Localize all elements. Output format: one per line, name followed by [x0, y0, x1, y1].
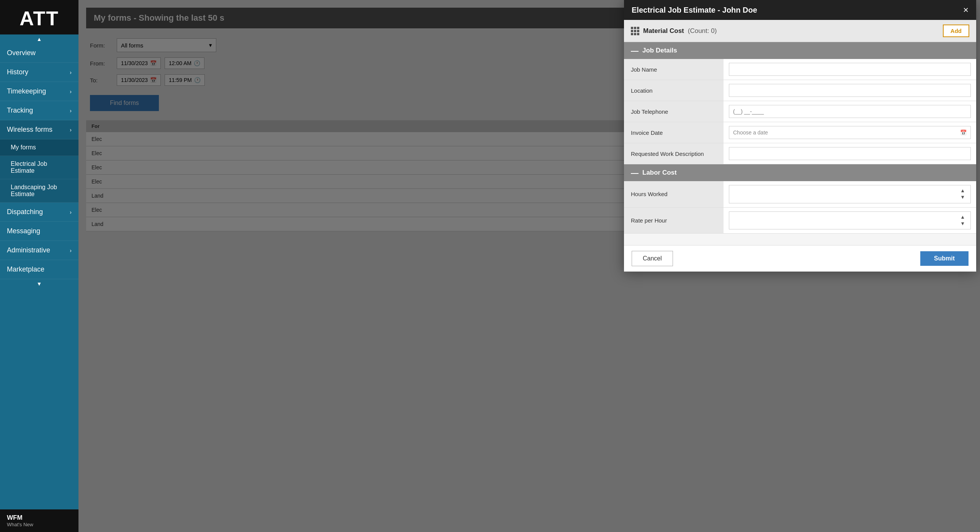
material-cost-subheader: Material Cost (Count: 0) Add — [624, 20, 976, 42]
rate-per-hour-label: Rate per Hour — [624, 208, 724, 234]
sidebar-item-label: Marketplace — [7, 265, 44, 273]
hours-worked-spinner: ▲ ▼ — [959, 188, 967, 201]
sidebar-item-label: Wireless forms — [7, 126, 52, 134]
add-button[interactable]: Add — [943, 25, 969, 37]
sidebar-item-label: Messaging — [7, 227, 40, 235]
sidebar-scroll-down[interactable]: ▼ — [0, 279, 78, 288]
location-row: Location — [624, 80, 976, 101]
sidebar-item-messaging[interactable]: Messaging — [0, 222, 78, 241]
job-telephone-input[interactable] — [729, 105, 971, 118]
sidebar-scroll-up[interactable]: ▲ — [0, 34, 78, 44]
material-cost-label: Material Cost — [643, 27, 684, 35]
submit-button[interactable]: Submit — [920, 251, 969, 266]
sidebar-item-history[interactable]: History › — [0, 63, 78, 82]
sidebar-submenu-landscaping-job-estimate[interactable]: Landscaping Job Estimate — [0, 179, 78, 203]
wireless-forms-submenu: My forms Electrical Job Estimate Landsca… — [0, 139, 78, 203]
material-cost-left: Material Cost (Count: 0) — [631, 27, 717, 35]
location-input[interactable] — [729, 84, 971, 97]
submenu-item-label: Electrical Job Estimate — [11, 160, 47, 174]
modal-title: Electrical Job Estimate - John Doe — [632, 6, 757, 15]
sidebar-item-administrative[interactable]: Administrative › — [0, 241, 78, 260]
sidebar-item-wireless-forms[interactable]: Wireless forms › — [0, 120, 78, 139]
submenu-item-label: My forms — [11, 144, 36, 151]
location-label: Location — [624, 80, 724, 101]
sidebar-item-label: Dispatching — [7, 208, 43, 216]
hours-worked-row: Hours Worked ▲ ▼ — [624, 181, 976, 208]
modal-header: Electrical Job Estimate - John Doe × — [624, 0, 976, 20]
hours-worked-increment[interactable]: ▲ — [959, 188, 967, 194]
sidebar-item-tracking[interactable]: Tracking › — [0, 101, 78, 120]
sidebar-item-label: Overview — [7, 49, 36, 57]
requested-work-row: Requested Work Description — [624, 143, 976, 164]
calendar-icon[interactable]: 📅 — [960, 129, 967, 136]
sidebar-submenu-electrical-job-estimate[interactable]: Electrical Job Estimate — [0, 156, 78, 179]
submenu-item-label: Landscaping Job Estimate — [11, 184, 57, 197]
job-name-label: Job Name — [624, 59, 724, 80]
rate-per-hour-field: ▲ ▼ — [724, 208, 976, 234]
sidebar: ATT ▲ Overview History › Timekeeping › T… — [0, 0, 78, 532]
sidebar-item-label: Administrative — [7, 246, 50, 254]
chevron-right-icon: › — [70, 108, 72, 114]
job-name-input[interactable] — [729, 63, 971, 76]
modal-footer: Cancel Submit — [624, 245, 976, 272]
modal-body: — Job Details Job Name Location — [624, 42, 976, 245]
modal-close-button[interactable]: × — [963, 5, 969, 15]
wfm-label: WFM — [7, 514, 72, 522]
invoice-date-field: Choose a date 📅 — [724, 122, 976, 143]
invoice-date-label: Invoice Date — [624, 122, 724, 143]
sidebar-submenu-my-forms[interactable]: My forms — [0, 139, 78, 156]
location-field — [724, 80, 976, 101]
cancel-button[interactable]: Cancel — [632, 251, 673, 266]
job-details-section-header: — Job Details — [624, 42, 976, 59]
grid-icon — [631, 27, 639, 35]
job-telephone-field — [724, 101, 976, 122]
rate-per-hour-spinner: ▲ ▼ — [959, 214, 967, 227]
chevron-down-icon: › — [70, 127, 72, 133]
modal-body-spacer — [624, 234, 976, 245]
material-cost-count: (Count: 0) — [688, 27, 717, 35]
requested-work-field — [724, 143, 976, 164]
chevron-right-icon: › — [70, 69, 72, 75]
job-name-row: Job Name — [624, 59, 976, 80]
modal-overlay: Electrical Job Estimate - John Doe × Mat… — [78, 0, 980, 532]
sidebar-item-label: Timekeeping — [7, 87, 46, 95]
job-telephone-row: Job Telephone — [624, 101, 976, 122]
modal: Electrical Job Estimate - John Doe × Mat… — [624, 0, 976, 272]
labor-cost-section-header: — Labor Cost — [624, 164, 976, 181]
hours-worked-decrement[interactable]: ▼ — [959, 194, 967, 200]
main-content: My forms - Showing the last 50 s Form: A… — [78, 0, 980, 532]
sidebar-bottom: WFM What's New — [0, 509, 78, 532]
hours-worked-label: Hours Worked — [624, 181, 724, 207]
chevron-right-icon: › — [70, 88, 72, 95]
job-details-label: Job Details — [642, 47, 677, 54]
sidebar-item-label: Tracking — [7, 106, 33, 115]
sidebar-item-timekeeping[interactable]: Timekeeping › — [0, 82, 78, 101]
job-telephone-label: Job Telephone — [624, 101, 724, 122]
rate-per-hour-decrement[interactable]: ▼ — [959, 221, 967, 227]
rate-per-hour-increment[interactable]: ▲ — [959, 214, 967, 220]
chevron-right-icon: › — [70, 247, 72, 254]
sidebar-item-label: History — [7, 68, 28, 76]
whats-new-label[interactable]: What's New — [7, 522, 72, 527]
sidebar-item-overview[interactable]: Overview — [0, 44, 78, 63]
labor-cost-label: Labor Cost — [642, 169, 677, 177]
app-logo: ATT — [0, 0, 78, 34]
sidebar-item-marketplace[interactable]: Marketplace — [0, 260, 78, 279]
collapse-icon[interactable]: — — [631, 47, 639, 54]
hours-worked-field: ▲ ▼ — [724, 181, 976, 207]
sidebar-item-dispatching[interactable]: Dispatching › — [0, 203, 78, 222]
requested-work-input[interactable] — [729, 147, 971, 160]
rate-per-hour-row: Rate per Hour ▲ ▼ — [624, 208, 976, 234]
invoice-date-row: Invoice Date Choose a date 📅 — [624, 122, 976, 143]
invoice-date-placeholder: Choose a date — [733, 129, 768, 136]
job-name-field — [724, 59, 976, 80]
chevron-right-icon: › — [70, 209, 72, 215]
collapse-icon[interactable]: — — [631, 169, 639, 177]
requested-work-label: Requested Work Description — [624, 143, 724, 164]
